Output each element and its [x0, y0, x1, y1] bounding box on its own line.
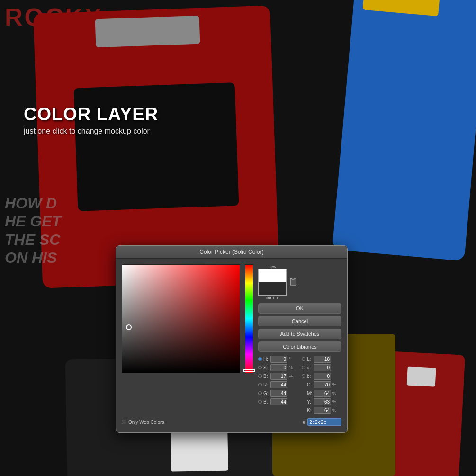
device-strip [407, 367, 436, 387]
input-H[interactable] [270, 356, 287, 363]
radio-S[interactable] [258, 366, 262, 369]
gradient-brightness [122, 265, 240, 373]
dialog-title: Color Picker (Solid Color) [199, 249, 263, 255]
unit-Y: % [332, 399, 337, 404]
radio-R[interactable] [258, 383, 262, 386]
new-color-swatch [258, 269, 287, 282]
hue-slider-track [245, 264, 253, 373]
current-color-swatch [258, 282, 287, 296]
input-B[interactable] [270, 373, 287, 380]
input-M[interactable] [314, 390, 331, 397]
unit-B: % [289, 374, 294, 378]
color-layer-subtitle: just one click to change mockup color [24, 127, 150, 135]
radio-B[interactable] [258, 374, 262, 378]
color-layer-title: COLOR LAYER [24, 104, 158, 125]
unit-C: % [332, 382, 337, 387]
new-label: new [258, 264, 287, 269]
label-B: B: [263, 374, 269, 379]
radio-b[interactable] [302, 374, 305, 378]
field-row-B: B: % [258, 372, 298, 380]
input-C[interactable] [314, 381, 331, 388]
input-K[interactable] [314, 407, 331, 414]
svg-rect-1 [292, 278, 295, 279]
field-row-Y: Y: % [302, 397, 341, 406]
label-K: K: [307, 408, 313, 413]
color-gradient-box[interactable] [122, 264, 240, 373]
only-web-colors-row: Only Web Colors [122, 420, 164, 425]
input-a[interactable] [314, 364, 331, 371]
field-row-B2: B: [258, 397, 298, 406]
unit-M: % [332, 391, 337, 395]
label-b: b: [307, 374, 313, 379]
label-L: L: [307, 357, 313, 362]
dialog-buttons: OK Cancel Add to Swatches Color Librarie… [258, 303, 341, 352]
hex-input[interactable] [307, 418, 341, 426]
label-Y: Y: [307, 399, 313, 404]
device-blue-top [363, 0, 440, 16]
radio-a[interactable] [302, 366, 305, 369]
label-M: M: [307, 391, 313, 396]
device-blue [332, 0, 476, 261]
add-swatches-button[interactable]: Add to Swatches [258, 329, 341, 339]
field-row-G: G: [258, 389, 298, 397]
right-panel: new current OK Cancel Add to Swatches [258, 264, 341, 414]
color-libraries-button[interactable]: Color Libraries [258, 341, 341, 352]
field-row-K: K: % [302, 406, 341, 414]
input-b[interactable] [314, 373, 331, 380]
clipboard-icon[interactable] [289, 278, 297, 288]
unit-H: ° [289, 357, 294, 361]
only-web-colors-checkbox[interactable] [122, 420, 126, 424]
field-row-S: S: % [258, 363, 298, 372]
field-row-L: L: [302, 355, 341, 363]
input-R[interactable] [270, 381, 287, 388]
unit-K: % [332, 408, 337, 413]
radio-H[interactable] [258, 357, 262, 361]
floppy-shutter [95, 16, 200, 48]
color-fields: H: ° S: % B: % [258, 355, 341, 414]
field-row-a: a: [302, 363, 341, 372]
input-S[interactable] [270, 364, 287, 371]
radio-G[interactable] [258, 391, 262, 395]
dialog-body: new current OK Cancel Add to Swatches [116, 259, 347, 414]
ok-button[interactable]: OK [258, 303, 341, 314]
dialog-titlebar: Color Picker (Solid Color) [116, 246, 347, 259]
label-C: C: [307, 382, 313, 387]
label-R: R: [263, 382, 269, 387]
radio-B2[interactable] [258, 400, 262, 404]
field-row-C: C: % [302, 380, 341, 389]
color-preview-wrapper: new current [258, 264, 287, 300]
field-row-H: H: ° [258, 355, 298, 363]
field-row-b: b: [302, 372, 341, 380]
hex-hash: # [303, 419, 305, 425]
field-row-M: M: % [302, 389, 341, 397]
input-L[interactable] [314, 356, 331, 363]
input-B2[interactable] [270, 398, 287, 405]
label-G: G: [263, 391, 269, 396]
input-Y[interactable] [314, 398, 331, 405]
only-web-colors-label: Only Web Colors [128, 420, 164, 425]
unit-S: % [289, 365, 294, 370]
dialog-bottom: Only Web Colors # [116, 414, 347, 426]
floppy-window [74, 82, 239, 211]
label-H: H: [263, 357, 269, 362]
current-label: current [258, 296, 287, 300]
color-picker-dialog: Color Picker (Solid Color) new current [116, 245, 348, 433]
label-B2: B: [263, 399, 269, 404]
hue-slider-container[interactable] [245, 264, 253, 373]
label-a: a: [307, 365, 313, 370]
horror-text: HOW DHE GETTHE SCON HIS [0, 194, 76, 267]
field-row-R: R: [258, 380, 298, 389]
radio-L[interactable] [302, 357, 305, 361]
input-G[interactable] [270, 390, 287, 397]
label-S: S: [263, 365, 269, 370]
cancel-button[interactable]: Cancel [258, 316, 341, 326]
hex-row: # [303, 418, 341, 426]
